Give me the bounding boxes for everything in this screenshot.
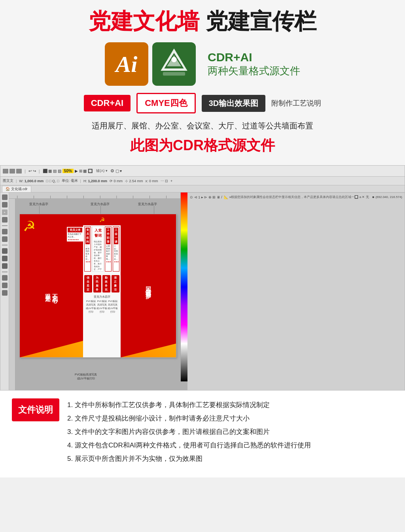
format-text: CDR+AI 两种矢量格式源文件 [208,51,300,78]
btn-clean: 清正廉洁 [112,275,119,292]
annot-bottom-center: 亚克力水晶字 [83,295,121,299]
badge-cdr-ai: CDR+AI [84,95,131,111]
badge-craft: 附制作工艺说明 [271,98,321,108]
page-nav: ⊙ ⊲ 1 ▸ ⊳ ⊕ ⊞ 🖥 / [190,195,222,199]
title-part1: 党建文化墙 [89,9,199,34]
format-line1: CDR+AI [208,51,300,64]
bottom-section: 文件说明 1. 文件中所标制作工艺仅供参考，具体制作工艺要根据实际情况制定 2.… [0,391,405,477]
annot-line-3 [154,206,154,214]
software-icons-row: Ai CDR+AI 两种矢量格式源文件 [16,42,389,86]
format-line2: 两种矢量格式源文件 [208,64,300,78]
cdr-tabs: 🏠 文化墙.cdr [0,185,405,192]
design-canvas-wrapper: ☭ 不忘初心跟党走 党员义务 党员必须履行下列义务... ★★★★★★★ [19,214,176,358]
coords: 🔲 a ✕ 无 ■ (692.040, 216.574) [354,195,402,199]
cdr-canvas-area: | | | | | | | | | | | | | [9,192,187,390]
design-inner: ☭ 不忘初心跟党走 党员义务 党员必须履行下列义务... ★★★★★★★ [19,214,176,358]
center-text: 我志愿加入中国共产党，拥护党的纲领，遵守党的章程，履行党员义务，执行党的决定，严… [94,240,102,272]
action-buttons-row: 信念坚定 为民服务 勤政务实 清正廉洁 [83,274,121,293]
pvc-labels-row: PVC板贴高清写真或UV平板打印 PVC板贴高清写真或UV平板打印 PVC板贴高… [83,299,121,315]
file-note-item-1: 1. 文件中所标制作工艺仅供参考，具体制作工艺要根据实际情况制定 [67,398,393,412]
btn-diligent: 勤政务实 [102,275,110,292]
file-note-list: 1. 文件中所标制作工艺仅供参考，具体制作工艺要根据实际情况制定 2. 文件尺寸… [67,398,393,466]
file-note-item-2: 2. 文件尺寸是投稿比例缩小设计，制作时请务必注意尺寸大小 [67,412,393,425]
badge-3d: 3D输出效果图 [202,95,266,112]
left-vertical-text: 不忘初心跟党走 [44,289,59,294]
canvas-with-annotations: 亚克力水晶字 亚克力水晶字 亚克力水晶字 亚克力板雕刻 亚克力水晶字 亚克力水晶… [15,201,180,381]
color-palette [180,192,187,381]
cdr-status-bar: ⊙ ⊲ 1 ▸ ⊳ ⊕ ⊞ 🖥 / 📐 × 根据您添加的对象属性会在状态栏中显示… [187,192,405,201]
source-file-title: 此图为CDR格式源文件 [16,136,389,155]
svg-rect-4 [163,72,185,75]
pvc-label-center: PVC板贴高清写真或UV平板打印 [97,300,108,314]
hammer-sickle-center: ☭ [99,216,105,224]
ai-icon: Ai [105,42,148,86]
toolbar-icons: | ↩ ↪ | ⬛ ▦ ▤ ▨ 50% ▶ ⊞ ▦ 🔲 辅(A) ▾ ⚙ ▢ ▾ [3,168,122,174]
cdr-toolbar: | ↩ ↪ | ⬛ ▦ ▤ ▨ 50% ▶ ⊞ ▦ 🔲 辅(A) ▾ ⚙ ▢ ▾ [0,166,405,177]
title-part2: 党建宣传栏 [206,9,316,34]
zoom-level: 📐 × [224,195,231,199]
badges-row: CDR+AI CMYE四色 3D输出效果图 附制作工艺说明 [16,93,389,113]
middle-top-bar: ☭ [83,214,121,225]
annot-top-left: 亚克力水晶字 [29,202,48,206]
top-section: 党建文化墙 党建宣传栏 Ai CDR+AI 两种矢量格 [0,0,405,165]
btn-faith: 信念坚定 [84,275,92,292]
card-rights: 党员权利 一、参加党的有关会议... ★★★★★★ [84,226,91,272]
badge-cmye: CMYE四色 [136,93,196,113]
hammer-sickle-icon: ☭ [23,218,36,235]
right-vertical-text: 同心共筑中国梦 [145,282,152,290]
file-note-item-5: 5. 展示页中所含图片并不为实物，仅为效果图 [67,452,393,466]
pvc-label-left: PVC板贴高清写真或UV平板打印 [85,300,97,314]
card-three-meeting: 三会一课 三会：支部党员大会... ★★★★★★ [113,226,119,272]
pvc-annot-1: PVC板贴高清写真或UV平板打印 [75,373,97,381]
file-note-items: 1. 文件中所标制作工艺仅供参考，具体制作工艺要根据实际情况制定 2. 文件尺寸… [67,398,393,466]
annot-line-2 [100,206,101,214]
file-note-section: 文件说明 1. 文件中所标制作工艺仅供参考，具体制作工艺要根据实际情况制定 2.… [12,398,393,466]
card-duty: 党员义务 党员必须履行下列义务... ★★★★★★★ [66,226,83,242]
annot-line-1 [39,206,40,214]
file-note-label: 文件说明 [12,398,59,421]
file-note-item-3: 3. 文件中的文字和图片内容仅供参考，图片请根据自己的文案和图片 [67,425,393,439]
center-status-text: 根据您添加的对象属性会在状态栏中显示相关信息，本产品更多具体内容请点击此区域一 [231,195,354,199]
annot-top-center-left: 亚克力水晶字 [91,202,110,206]
main-title: 党建文化墙 党建宣传栏 [16,8,389,34]
cdr-main-area: + | | | | [0,192,405,390]
cards-row: 党员权利 一、参加党的有关会议... ★★★★★★ 入党誓词 我志愿加入中国共产… [83,225,121,273]
cdr-icon [152,42,196,86]
cdr-secondary-toolbar: 图文文 | W: 1,000.0 mm □ □ Q, □ 单位: 毫米 | H:… [0,177,405,185]
panel-right: 同心共筑中国梦 [121,214,176,357]
pvc-label-right: PVC板贴高清写真或UV平板打印 [107,300,118,314]
center-featured: 入党誓词 我志愿加入中国共产党，拥护党的纲领，遵守党的章程，履行党员义务，执行党… [92,226,104,272]
applicable-text: 适用展厅、展馆、办公室、会议室、大厅、过道等公共墙面布置 [16,119,389,132]
file-note-item-4: 4. 源文件包含CDR和AI两种文件格式，使用者可自行选择自己熟悉的软件进行使用 [67,439,393,452]
panel-middle: ☭ 党员权利 一、参加党的有关会议... ★★★★★★ [83,214,121,357]
svg-point-3 [171,57,177,62]
btn-serve: 为民服务 [93,275,101,292]
panel-left: ☭ 不忘初心跟党走 党员义务 党员必须履行下列义务... ★★★★★★★ [20,214,83,357]
page-container: 党建文化墙 党建宣传栏 Ai CDR+AI 两种矢量格 [0,0,405,477]
cdr-left-tools: + [0,192,9,390]
card-work: 工作职责 认真贯彻执行党的路线... ★★★★★★ [105,226,112,272]
cdr-editor-section: | ↩ ↪ | ⬛ ▦ ▤ ▨ 50% ▶ ⊞ ▦ 🔲 辅(A) ▾ ⚙ ▢ ▾… [0,165,405,391]
